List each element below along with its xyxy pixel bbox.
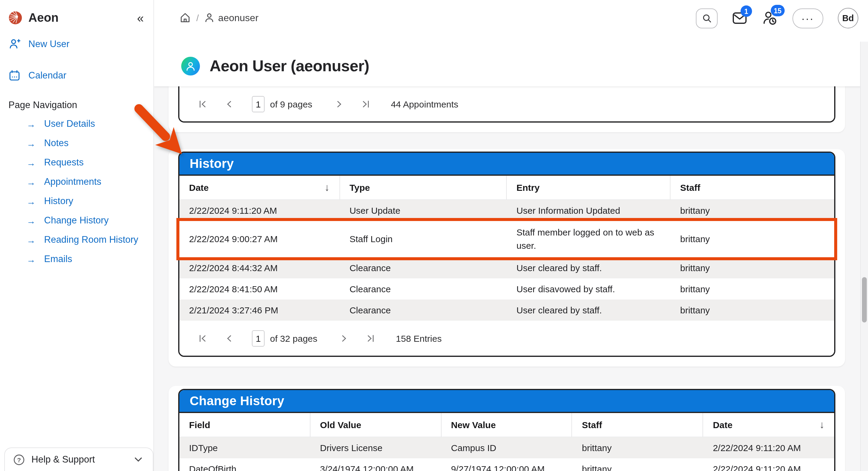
last-page-icon[interactable] [366,333,375,343]
table-cell: User cleared by staff. [507,300,671,321]
table-header-row: FieldOld ValueNew ValueStaffDate↓ [179,413,834,437]
profile-avatar[interactable]: Bd [838,8,858,28]
help-support-panel[interactable]: ? Help & Support [4,447,153,471]
column-header-new-value[interactable]: New Value [441,413,572,437]
column-header-type[interactable]: Type [340,176,507,200]
table-cell: 2/22/2024 8:44:32 AM [179,257,340,278]
sidebar-item-label: History [44,196,73,207]
sidebar-item-notes[interactable]: →Notes [0,133,153,153]
page-header: / aeonuser 1 [154,0,868,86]
aeon-logo-icon [8,11,22,25]
table-cell: DateOfBirth [179,458,310,471]
column-header-date[interactable]: Date↓ [179,176,340,200]
change-history-table-body: FieldOld ValueNew ValueStaffDate↓IDTypeD… [179,413,834,471]
table-row: 2/22/2024 8:41:50 AMClearanceUser disavo… [179,278,834,300]
next-page-icon[interactable] [339,333,349,343]
sidebar-item-label: Requests [44,157,84,168]
column-header-label: Staff [582,420,602,430]
column-header-date[interactable]: Date↓ [703,413,834,437]
column-header-staff[interactable]: Staff [671,176,834,200]
sidebar-item-appointments[interactable]: →Appointments [0,172,153,191]
user-activity-button[interactable]: 15 [762,10,778,26]
last-page-icon[interactable] [361,99,370,109]
sidebar-item-calendar[interactable]: Calendar [0,63,153,88]
column-header-field[interactable]: Field [179,413,310,437]
aeon-app: Aeon « New User Calendar Page Navigation… [0,0,868,471]
vertical-scrollbar[interactable] [860,42,868,471]
page-count-label: of 9 pages [270,99,312,109]
table-row: IDTypeDrivers LicenseCampus IDbrittany2/… [179,437,834,458]
sidebar-item-emails[interactable]: →Emails [0,249,153,269]
content-area: of 9 pages 44 Appointments History Date↓… [154,86,868,471]
history-table-body: Date↓TypeEntryStaff2/22/2024 9:11:20 AMU… [179,176,834,321]
sidebar-item-label: Reading Room History [44,234,138,245]
table-row: 2/22/2024 9:00:27 AMStaff LoginStaff mem… [179,221,834,257]
sidebar-collapse-icon[interactable]: « [137,12,144,24]
column-header-label: Entry [517,182,540,193]
table-cell: brittany [572,437,704,458]
table-cell: 3/24/1974 12:00:00 AM [310,458,441,471]
first-page-icon[interactable] [197,99,207,109]
column-header-staff[interactable]: Staff [572,413,704,437]
arrow-right-icon: → [27,119,36,129]
column-header-label: New Value [451,420,496,430]
sidebar-item-label: Emails [44,254,72,264]
next-page-icon[interactable] [334,99,344,109]
table-cell: brittany [572,458,704,471]
change-history-table: Change History FieldOld ValueNew ValueSt… [178,389,835,471]
search-button[interactable] [696,8,718,28]
table-cell: Staff member logged on to web as user. [507,221,671,257]
table-cell: 2/22/2024 9:11:20 AM [703,458,834,471]
sidebar-item-reading-room-history[interactable]: →Reading Room History [0,230,153,249]
first-page-icon[interactable] [197,333,207,343]
column-header-old-value[interactable]: Old Value [310,413,441,437]
table-cell: 2/22/2024 9:11:20 AM [179,200,340,221]
avatar-person-icon [185,60,196,72]
sidebar-item-requests[interactable]: →Requests [0,153,153,172]
svg-text:?: ? [17,456,21,463]
chevron-down-icon [133,455,143,464]
column-header-entry[interactable]: Entry [507,176,671,200]
table-cell: Staff Login [340,221,507,257]
app-name: Aeon [28,11,59,25]
history-panel-title: History [190,156,234,171]
logo-row: Aeon « [0,0,153,25]
table-row: 2/22/2024 8:44:32 AMClearanceUser cleare… [179,257,834,278]
sidebar-item-change-history[interactable]: →Change History [0,211,153,230]
scrollbar-thumb[interactable] [862,277,867,322]
change-history-panel-header: Change History [179,390,834,413]
table-row: DateOfBirth3/24/1974 12:00:00 AM9/27/197… [179,458,834,471]
sort-descending-icon: ↓ [324,182,330,193]
user-icon [204,13,214,23]
breadcrumb-user-label: aeonuser [218,12,258,23]
table-cell: IDType [179,437,310,458]
table-cell: 9/27/1974 12:00:00 AM [441,458,572,471]
prev-page-icon[interactable] [224,333,234,343]
column-header-label: Staff [680,182,701,193]
sidebar-item-user-details[interactable]: →User Details [0,114,153,133]
breadcrumb-user[interactable]: aeonuser [204,12,258,23]
sidebar: Aeon « New User Calendar Page Navigation… [0,0,154,471]
table-cell: brittany [671,300,834,321]
sidebar-item-new-user[interactable]: New User [0,32,153,56]
mail-button[interactable]: 1 [732,11,748,25]
home-icon[interactable] [179,12,191,24]
user-activity-badge: 15 [771,5,785,16]
breadcrumb-separator: / [196,13,199,23]
table-cell: Clearance [340,300,507,321]
table-cell: Clearance [340,257,507,278]
table-cell: brittany [671,200,834,221]
table-cell: Campus ID [441,437,572,458]
more-menu-button[interactable]: ... [793,8,823,28]
table-cell: User cleared by staff. [507,257,671,278]
table-cell: Clearance [340,278,507,300]
table-cell: brittany [671,278,834,300]
table-cell: 2/22/2024 8:41:50 AM [179,278,340,300]
page-number-input[interactable] [252,330,265,346]
prev-page-icon[interactable] [224,99,234,109]
page-number-input[interactable] [252,96,265,112]
sidebar-item-history[interactable]: →History [0,191,153,211]
table-cell: User disavowed by staff. [507,278,671,300]
table-header-row: Date↓TypeEntryStaff [179,176,834,200]
appointments-table-fragment: of 9 pages 44 Appointments [178,86,835,123]
